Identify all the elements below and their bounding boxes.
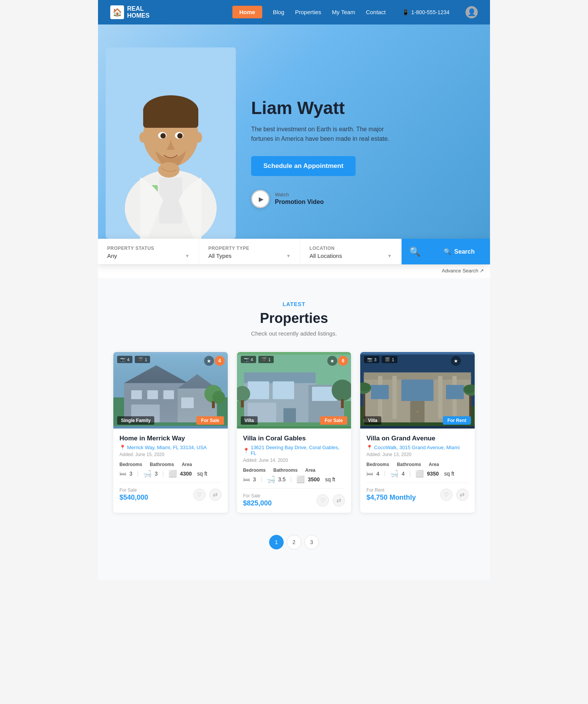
pagination: 1 2 3 [113,531,475,565]
bed-icon-3: 🛏 [366,470,373,478]
svg-rect-43 [241,400,243,407]
photo-count-3: 📷 3 [364,356,379,363]
card-address-2: 📍 13621 Deering Bay Drive, Coral Gables,… [243,445,345,456]
section-subtitle: Latest [113,301,475,307]
svg-point-13 [177,133,183,139]
play-button[interactable] [251,190,270,208]
bathrooms-2: 3.5 [278,476,286,482]
property-card-1: 📷 4 🎬 1 ★ 4 Single Family For Sale Home … [113,352,228,513]
card-badges-2: 📷 4 🎬 1 [241,356,274,363]
status-value[interactable]: Any ▼ [107,253,189,259]
hero-person [98,47,243,239]
nav-properties[interactable]: Properties [295,9,321,15]
num-badge-1: 4 [215,356,225,366]
status-tag-1: For Sale [196,416,224,425]
appointment-button[interactable]: Schedule an Appointment [251,156,356,176]
card-footer-2: For Sale $825,000 ♡ ⇄ [243,488,345,507]
fav-badge-3[interactable]: ★ [451,356,461,366]
card-title-3[interactable]: Villa on Grand Avenue [366,435,469,442]
compare-btn-3[interactable]: ⇄ [456,489,469,501]
card-price-block-2: For Sale $825,000 [243,493,272,507]
nav-phone[interactable]: 📱 1-800-555-1234 [402,9,449,15]
type-field[interactable]: Property Type All Types ▼ [199,239,300,264]
nav-contact[interactable]: Contact [366,9,386,15]
search-button[interactable]: 🔍 Search [428,239,490,264]
fav-badge-1[interactable]: ★ [204,356,214,366]
card-added-2: Added: June 14, 2020 [243,458,345,463]
search-icon-button[interactable]: 🔍 [402,239,428,264]
card-footer-3: For Rent $4,750 Monthly ♡ ⇄ [366,482,469,502]
advance-search-link[interactable]: Advance Search [442,268,478,274]
area-3: 9350 sq ft [427,471,454,477]
advance-arrow: ↗ [480,268,484,274]
status-tag-3: For Rent [443,416,471,425]
price-label-3: For Rent [366,487,416,493]
type-label: Property Type [208,246,291,251]
price-2: $825,000 [243,499,272,507]
pin-icon-1: 📍 [119,445,126,450]
section-title: Properties [113,310,475,326]
property-card-2: 📷 4 🎬 1 ★ 6 Villa For Sale Villa in Cora… [237,352,351,513]
type-arrow: ▼ [286,253,291,259]
bedrooms-2: 3 [253,476,256,482]
compare-btn-1[interactable]: ⇄ [209,489,222,501]
bed-icon-1: 🛏 [119,470,126,478]
cards-grid: 📷 4 🎬 1 ★ 4 Single Family For Sale Home … [113,352,475,513]
video-count-2: 🎬 1 [258,356,274,363]
svg-rect-41 [341,399,343,408]
price-label-2: For Sale [243,493,272,499]
status-label: Property Status [107,246,189,251]
nav-blog[interactable]: Blog [273,9,284,15]
agent-photo [106,47,236,239]
hero-name: Liam Wyatt [251,98,475,118]
favorite-btn-3[interactable]: ♡ [440,489,452,501]
photo-count-1: 📷 4 [117,356,132,363]
section-description: Check out recently added listings. [113,330,475,337]
logo-icon: 🏠 [110,5,124,19]
favorite-btn-1[interactable]: ♡ [193,489,206,501]
pin-icon-3: 📍 [366,445,372,450]
hero-content: Liam Wyatt The best investment on Earth … [243,75,490,239]
card-title-1[interactable]: Home in Merrick Way [119,435,222,442]
status-field[interactable]: Property Status Any ▼ [98,239,199,264]
card-body-1: Home in Merrick Way 📍 Merrick Way, Miami… [113,429,228,507]
status-tag-2: For Sale [320,416,347,425]
location-value[interactable]: All Locations ▼ [309,253,392,259]
user-avatar[interactable]: 👤 [466,6,478,18]
compare-btn-2[interactable]: ⇄ [333,494,345,507]
card-actions-3: ♡ ⇄ [440,489,469,501]
advance-search-row: Advance Search ↗ [98,264,490,278]
page-1[interactable]: 1 [269,535,284,549]
favorite-btn-2[interactable]: ♡ [317,494,329,507]
svg-rect-35 [248,381,269,399]
card-specs-row-2: 🛏 3 | 🛁 3.5 | ⬜ 3500 sq ft [243,475,345,484]
area-icon-1: ⬜ [168,469,177,478]
video-section: Watch Promotion Video [251,190,475,208]
location-arrow: ▼ [387,253,392,259]
svg-rect-39 [283,408,296,422]
card-actions-1: ♡ ⇄ [193,489,222,501]
card-added-3: Added: June 13, 2020 [366,452,469,457]
bath-icon-1: 🛁 [143,469,152,478]
card-footer-1: For Sale $540,000 ♡ ⇄ [119,482,222,502]
card-badges-1: 📷 4 🎬 1 [117,356,150,363]
search-bar: Property Status Any ▼ Property Type All … [98,239,490,264]
svg-point-8 [139,132,147,143]
card-added-1: Added: June 15, 2020 [119,452,222,457]
card-badges-3: 📷 3 🎬 1 [364,356,397,363]
logo[interactable]: 🏠 REAL HOMES [110,5,150,19]
location-field[interactable]: Location All Locations ▼ [300,239,401,264]
page-3[interactable]: 3 [304,535,319,549]
hero-section: Liam Wyatt The best investment on Earth … [98,24,490,239]
location-label: Location [309,246,392,251]
card-image-1: 📷 4 🎬 1 ★ 4 Single Family For Sale [113,352,228,429]
svg-rect-7 [143,107,198,128]
card-title-2[interactable]: Villa in Coral Gables [243,435,345,442]
bath-icon-2: 🛁 [267,475,275,484]
card-specs-row-3: 🛏 4 | 🛁 4 | ⬜ 9350 sq ft [366,469,469,478]
nav-home[interactable]: Home [232,6,262,18]
card-specs-header-3: Bedrooms Bathrooms Area [366,462,469,467]
page-2[interactable]: 2 [287,535,301,549]
nav-my-team[interactable]: My Team [332,9,355,15]
type-value[interactable]: All Types ▼ [208,253,291,259]
